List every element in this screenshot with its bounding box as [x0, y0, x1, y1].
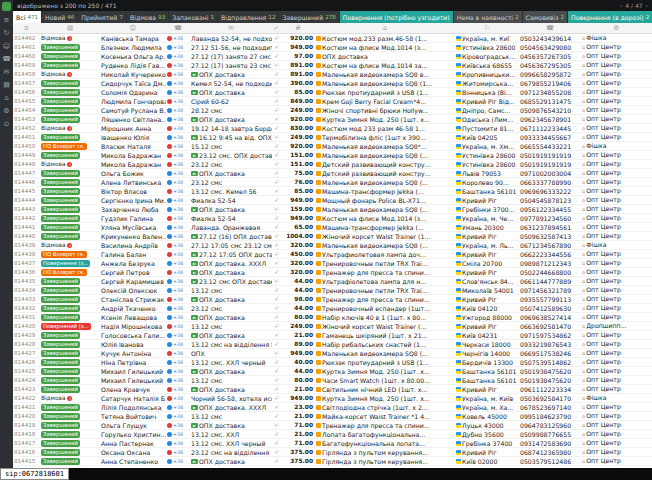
call-status-icon[interactable] [167, 342, 172, 347]
call-status-icon[interactable] [167, 108, 172, 113]
settings-icon[interactable]: ⚙ [3, 107, 9, 115]
call-status-icon[interactable] [167, 45, 172, 50]
tab-all[interactable]: Всі471 [13, 11, 42, 23]
call-status-icon[interactable] [167, 261, 172, 266]
call-status-icon[interactable] [167, 387, 172, 392]
call-status-icon[interactable] [167, 117, 172, 122]
order-id: 814429 [13, 331, 40, 340]
customer-name: Михаил Гилецький [100, 367, 166, 376]
warehouse-icon[interactable]: ⌂ [4, 94, 8, 102]
app-logo-icon[interactable] [2, 2, 11, 11]
tab-refused[interactable]: Відмова93 [127, 11, 169, 23]
call-status-icon[interactable] [167, 189, 172, 194]
package-icon [316, 117, 321, 122]
tab-out-of-stock[interactable]: Нема в наявності2 [454, 11, 523, 23]
call-status-icon[interactable] [167, 243, 172, 248]
call-status-icon[interactable] [167, 360, 172, 365]
call-status-icon[interactable] [167, 135, 172, 140]
product-icon[interactable]: ⌂ [315, 24, 455, 32]
calls-icon[interactable]: ☎ [2, 55, 11, 63]
call-status-icon[interactable] [167, 225, 172, 230]
tab-new[interactable]: Новий46 [42, 11, 78, 23]
call-status-icon[interactable] [167, 324, 172, 329]
client-icon[interactable]: ☺ [100, 24, 166, 32]
refused-info-icon[interactable]: i [67, 162, 72, 167]
call-status-icon[interactable] [167, 207, 172, 212]
call-status-icon[interactable] [167, 162, 172, 167]
call-status-icon[interactable] [167, 459, 172, 464]
call-status-icon[interactable] [167, 450, 172, 455]
phone-prefix-badge: +38 [173, 216, 183, 221]
call-status-icon[interactable] [167, 72, 172, 77]
call-status-icon[interactable] [167, 279, 172, 284]
call-status-icon[interactable] [167, 432, 172, 437]
call-status-icon[interactable] [167, 90, 172, 95]
call-status-icon[interactable] [167, 180, 172, 185]
call-status-icon[interactable] [167, 369, 172, 374]
call-status-icon[interactable] [167, 171, 172, 176]
call-status-icon[interactable] [167, 288, 172, 293]
power-icon[interactable]: ⊙ [4, 120, 10, 128]
refused-info-icon[interactable]: i [67, 243, 72, 248]
tab-shipped[interactable]: Відправлення12 [218, 11, 279, 23]
refused-info-icon[interactable]: i [67, 396, 72, 401]
call-status-icon[interactable] [167, 270, 172, 275]
refused-info-icon[interactable]: i [67, 72, 72, 77]
tab-pickup[interactable]: Самовивіз2 [523, 11, 568, 23]
call-status-icon[interactable] [167, 144, 172, 149]
call-status-icon[interactable] [167, 81, 172, 86]
comment-icon[interactable]: ✉ [190, 24, 272, 32]
customer-phone: 0501938475620 [519, 376, 581, 385]
call-status-icon[interactable] [167, 36, 172, 41]
refresh-icon[interactable]: ↻ [4, 29, 10, 37]
call-status-icon[interactable] [167, 405, 172, 410]
delivery-address: Ужгород 88000 [455, 313, 519, 322]
menu-icon[interactable]: ≡ [13, 24, 40, 32]
next-page-button[interactable]: › [646, 2, 648, 9]
call-status-icon[interactable] [167, 378, 172, 383]
prev-page-button[interactable]: ‹ [620, 2, 622, 9]
call-status-icon[interactable] [167, 54, 172, 59]
contacts-icon[interactable]: ☺ [3, 42, 10, 50]
call-status-icon[interactable] [167, 333, 172, 338]
call-status-icon[interactable] [167, 414, 172, 419]
mail-icon[interactable]: ✉ [4, 68, 10, 76]
call-status-icon[interactable] [167, 351, 172, 356]
sip-indicator[interactable]: sip:0672818601 [0, 468, 69, 480]
call-status-icon[interactable] [167, 396, 172, 401]
call-status-icon[interactable] [167, 126, 172, 131]
paid-icon[interactable]: ✓ [272, 24, 281, 32]
phone-icon[interactable]: ☎ [166, 24, 190, 32]
tab-completed[interactable]: Завершений278 [279, 11, 339, 23]
price-icon[interactable]: ₴ [281, 24, 315, 32]
tab-return-approve[interactable]: Повернення (потрібно узгодити) [340, 11, 454, 23]
phone2-icon[interactable]: ☎ [519, 24, 581, 32]
call-status-icon[interactable] [167, 315, 172, 320]
tab-accepted[interactable]: Прийнятий7 [78, 11, 127, 23]
call-status-icon[interactable] [167, 198, 172, 203]
address-icon[interactable]: ⚐ [455, 24, 519, 32]
refused-info-icon[interactable]: i [67, 36, 72, 41]
stats-icon[interactable]: ▤ [3, 81, 10, 89]
table-row[interactable]: 814415ЗавершенийАнна Степаненко+38►ОПХ д… [13, 457, 652, 466]
tab-packed[interactable]: Запаковані1 [169, 11, 218, 23]
call-status-icon[interactable] [167, 63, 172, 68]
call-status-icon[interactable] [167, 423, 172, 428]
call-status-icon[interactable] [167, 306, 172, 311]
call-status-icon[interactable] [167, 234, 172, 239]
call-status-icon[interactable] [167, 99, 172, 104]
call-status-icon[interactable] [167, 153, 172, 158]
status-icon[interactable]: ▤ [40, 24, 100, 32]
region-flag-icon [456, 297, 461, 302]
customer-name: Андрій Ткаченко [100, 304, 166, 313]
tab-return-transit[interactable]: Повернення (в дорозі)2 [568, 11, 652, 23]
package-icon [316, 324, 321, 329]
order-source-text: Опт Центр [586, 151, 621, 158]
source-icon[interactable]: ⚙ [581, 24, 652, 32]
orders-icon[interactable]: ≡ [4, 16, 10, 24]
call-status-icon[interactable] [167, 252, 172, 257]
call-status-icon[interactable] [167, 441, 172, 446]
refused-info-icon[interactable]: i [67, 126, 72, 131]
call-status-icon[interactable] [167, 297, 172, 302]
call-status-icon[interactable] [167, 216, 172, 221]
